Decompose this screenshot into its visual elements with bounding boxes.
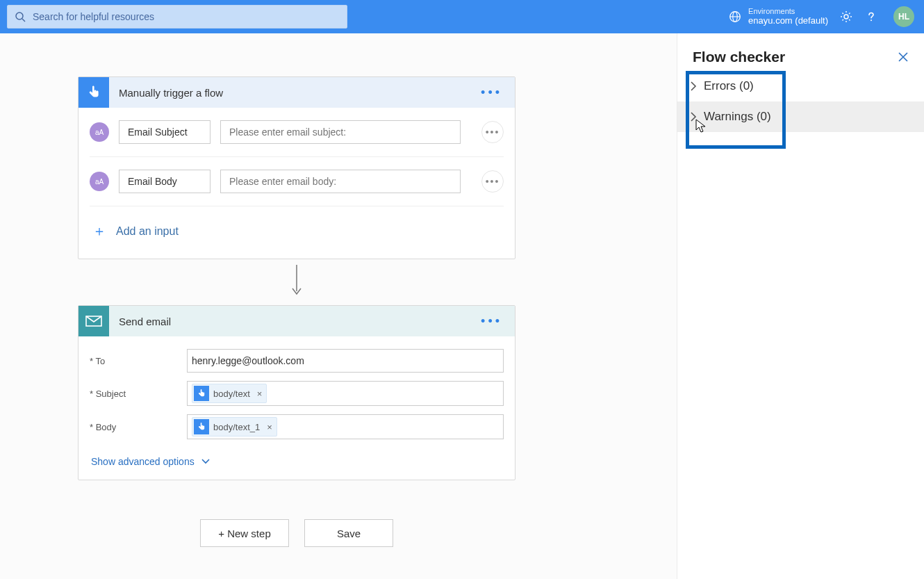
to-input[interactable]: henry.legge@outlook.com: [187, 349, 504, 373]
to-value: henry.legge@outlook.com: [192, 355, 304, 366]
to-label: * To: [90, 356, 187, 366]
input-prompt-field[interactable]: [220, 120, 461, 144]
text-type-icon: aA: [90, 122, 109, 142]
dynamic-token[interactable]: body/text ×: [192, 384, 267, 403]
dynamic-token[interactable]: body/text_1 ×: [192, 417, 277, 437]
new-step-button[interactable]: + New step: [200, 519, 289, 547]
field-row-body: * Body body/text_1 ×: [90, 410, 504, 443]
connector-arrow[interactable]: [78, 259, 515, 305]
trigger-card: Manually trigger a flow ••• aA Email Sub…: [78, 76, 515, 259]
action-card: Send email ••• * To henry.legge@outlook.…: [78, 305, 515, 480]
manual-trigger-icon: [194, 419, 209, 434]
search-icon: [15, 11, 26, 22]
trigger-input-row: aA Email Body •••: [90, 157, 504, 206]
input-row-menu[interactable]: •••: [481, 170, 504, 193]
svg-point-6: [871, 19, 872, 21]
topbar: Environments enayu.com (default) HL: [0, 0, 924, 33]
token-text: body/text_1: [213, 422, 260, 432]
avatar[interactable]: HL: [893, 6, 914, 27]
manual-trigger-icon: [79, 77, 109, 108]
manual-trigger-icon: [194, 386, 209, 401]
body-label: * Body: [90, 422, 187, 432]
svg-line-1: [22, 19, 25, 22]
token-remove-icon[interactable]: ×: [264, 422, 272, 432]
search-box[interactable]: [7, 5, 347, 28]
flow-checker-panel: Flow checker Errors (0) Warnings (0): [677, 33, 924, 579]
chevron-right-icon: [690, 112, 697, 122]
field-row-subject: * Subject body/text ×: [90, 377, 504, 410]
input-row-menu[interactable]: •••: [481, 121, 504, 143]
add-input-label: Add an input: [116, 225, 179, 238]
save-button[interactable]: Save: [304, 519, 393, 547]
body-input[interactable]: body/text_1 ×: [187, 414, 504, 439]
close-icon[interactable]: [898, 51, 909, 63]
token-text: body/text: [213, 389, 250, 399]
help-icon[interactable]: [864, 10, 878, 24]
action-title: Send email: [119, 316, 171, 327]
input-prompt-field[interactable]: [220, 170, 461, 193]
globe-icon: [729, 10, 741, 23]
environment-label: Environments: [748, 7, 828, 16]
chevron-down-icon: [201, 459, 210, 464]
trigger-title: Manually trigger a flow: [119, 87, 223, 99]
subject-input[interactable]: body/text ×: [187, 381, 504, 406]
trigger-menu-button[interactable]: •••: [474, 85, 509, 100]
action-menu-button[interactable]: •••: [474, 314, 509, 329]
topbar-right: Environments enayu.com (default) HL: [729, 6, 920, 27]
token-remove-icon[interactable]: ×: [254, 389, 263, 399]
add-input-button[interactable]: ＋ Add an input: [90, 206, 504, 259]
trigger-input-row: aA Email Subject •••: [90, 108, 504, 157]
text-type-icon: aA: [90, 172, 109, 191]
svg-point-0: [16, 13, 23, 19]
search-input[interactable]: [33, 11, 340, 22]
subject-label: * Subject: [90, 389, 187, 399]
settings-icon[interactable]: [839, 10, 853, 24]
environment-name: enayu.com (default): [748, 16, 828, 26]
errors-label: Errors (0): [704, 79, 754, 93]
warnings-row[interactable]: Warnings (0): [677, 101, 924, 132]
chevron-right-icon: [690, 81, 697, 91]
plus-icon: ＋: [92, 222, 106, 240]
warnings-label: Warnings (0): [704, 110, 771, 124]
trigger-header[interactable]: Manually trigger a flow •••: [79, 77, 515, 108]
input-name-field[interactable]: Email Body: [119, 170, 211, 193]
action-header[interactable]: Send email •••: [79, 306, 515, 336]
svg-point-5: [844, 15, 848, 19]
advanced-label: Show advanced options: [91, 456, 195, 467]
mail-icon: [79, 306, 109, 336]
show-advanced-link[interactable]: Show advanced options: [90, 446, 504, 480]
panel-title: Flow checker: [693, 49, 785, 65]
errors-row[interactable]: Errors (0): [677, 71, 924, 101]
environment-picker[interactable]: Environments enayu.com (default): [729, 7, 828, 26]
field-row-to: * To henry.legge@outlook.com: [90, 345, 504, 377]
input-name-field[interactable]: Email Subject: [119, 120, 211, 144]
